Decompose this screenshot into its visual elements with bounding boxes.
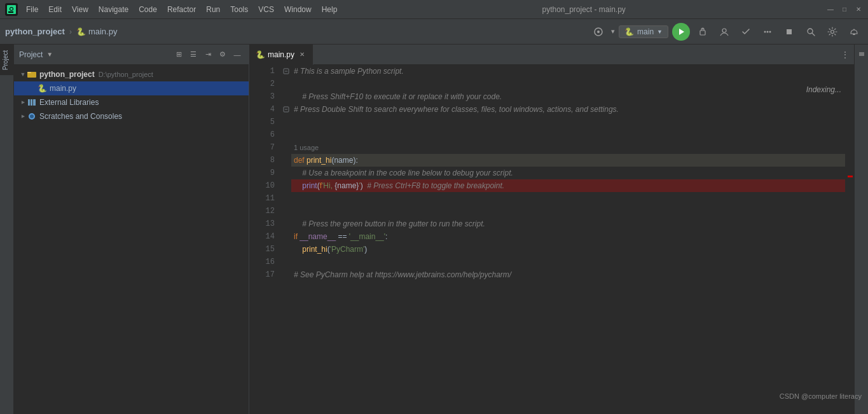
debug-button[interactable]	[694, 23, 712, 41]
fold-empty-5	[281, 116, 291, 128]
panel-header: Project ▼ ⊞ ☰ ⇥ ⚙ —	[14, 45, 249, 65]
code-line-13: if __name__ == '__main__':	[291, 230, 845, 243]
menu-run[interactable]: Run	[202, 4, 224, 15]
folder-icon	[27, 69, 37, 79]
menu-refactor[interactable]: Refactor	[163, 4, 200, 15]
tab-close-button[interactable]: ✕	[298, 50, 307, 59]
line-num-7: 7	[249, 141, 275, 154]
menu-vcs[interactable]: VCS	[254, 4, 279, 15]
tab-more-button[interactable]: ⋮	[841, 50, 849, 59]
panel-dropdown-icon[interactable]: ▼	[46, 51, 53, 58]
svg-point-12	[767, 31, 769, 32]
project-panel: Project ▼ ⊞ ☰ ⇥ ⚙ — ▼ pyt	[14, 45, 249, 414]
maximize-button[interactable]: □	[840, 5, 849, 14]
menu-window[interactable]: Window	[280, 4, 316, 15]
tree-main-py-label: main.py	[50, 84, 76, 93]
tree-scratches-label: Scratches and Consoles	[39, 112, 122, 121]
menu-bar: File Edit View Navigate Code Refactor Ru…	[22, 4, 341, 15]
code-line-12: # Press the green button in the gutter t…	[291, 217, 845, 230]
coverage-button[interactable]	[737, 23, 755, 41]
code-line-15	[291, 256, 845, 268]
tree-item-root[interactable]: ▼ python_project D:\python_project	[14, 67, 249, 81]
svg-point-13	[769, 31, 771, 32]
fold-marker-1	[281, 65, 291, 78]
line-num-4: 4	[249, 103, 275, 116]
tree-item-main-py[interactable]: 🐍 main.py	[14, 81, 249, 95]
svg-point-26	[30, 114, 34, 118]
svg-rect-23	[31, 99, 32, 106]
code-editor-wrapper: Indexing... 1 2 3 4 5 6 7 8 9 10	[249, 65, 854, 414]
tab-bar: 🐍 main.py ✕ ⋮	[249, 45, 854, 65]
window-title: python_project - main.py	[542, 5, 625, 14]
tab-label: main.py	[268, 50, 294, 59]
close-button[interactable]: ✕	[854, 5, 863, 14]
tree-item-external-libs[interactable]: ▼ External Libraries	[14, 95, 249, 109]
code-line-7: def print_hi(name):	[291, 154, 845, 167]
scroll-gutter-right[interactable]	[845, 65, 854, 414]
code-editor[interactable]: 1 2 3 4 5 6 7 8 9 10 11 12 13 14	[249, 65, 854, 414]
svg-point-9	[702, 28, 703, 29]
project-side-tab[interactable]: Project	[0, 45, 14, 75]
editor-area: 🐍 main.py ✕ ⋮ Indexing... 1 2 3 4 5 6 7 …	[249, 45, 854, 414]
svg-point-6	[597, 31, 600, 33]
code-line-1: # This is a sample Python script.	[291, 65, 845, 78]
fold-empty-3	[281, 90, 291, 103]
scroll-to-source-button[interactable]: ⇥	[202, 48, 214, 61]
line-num-10: 10	[249, 179, 275, 192]
collapse-all-button[interactable]: ⊞	[172, 48, 185, 61]
fold-gutter	[281, 65, 291, 414]
menu-tools[interactable]: Tools	[226, 4, 252, 15]
fstring-str: 'Hi,	[322, 181, 334, 190]
tree-item-scratches[interactable]: ▼ Scratches and Consoles	[14, 109, 249, 123]
func-name: print_hi	[307, 156, 331, 165]
menu-edit[interactable]: Edit	[44, 4, 66, 15]
indent-14	[294, 245, 302, 254]
svg-rect-14	[787, 29, 792, 34]
gutter-error-mark	[848, 176, 853, 177]
menu-help[interactable]: Help	[317, 4, 342, 15]
code-line-6	[291, 128, 845, 141]
right-sidebar-notifications[interactable]	[855, 45, 869, 64]
code-line-17	[291, 281, 845, 294]
menu-view[interactable]: View	[67, 4, 93, 15]
file-tree: ▼ python_project D:\python_project 🐍 mai…	[14, 65, 249, 414]
breadcrumb-separator: ›	[69, 27, 72, 36]
colon-13: :	[385, 232, 387, 241]
profile-button[interactable]	[715, 23, 733, 41]
notifications-button[interactable]	[845, 23, 863, 41]
tab-main-py[interactable]: 🐍 main.py ✕	[249, 45, 313, 65]
code-text-1: # This is a sample Python script.	[294, 67, 404, 76]
panel-hide-button[interactable]: —	[231, 48, 244, 61]
expand-all-button[interactable]: ☰	[187, 48, 200, 61]
settings-button[interactable]	[823, 23, 841, 41]
code-lines[interactable]: # This is a sample Python script. # Pres…	[291, 65, 845, 414]
func-paren-close: ):	[353, 156, 357, 165]
breadcrumb-file-container: 🐍 main.py	[76, 27, 118, 36]
run-config-label: main	[637, 27, 654, 36]
svg-line-16	[812, 33, 815, 36]
minimize-button[interactable]: —	[826, 5, 835, 14]
svg-rect-8	[700, 31, 705, 35]
menu-code[interactable]: Code	[134, 4, 162, 15]
line-numbers-gutter: 1 2 3 4 5 6 7 8 9 10 11 12 13 14	[249, 65, 281, 414]
menu-file[interactable]: File	[22, 4, 43, 15]
svg-marker-7	[679, 29, 684, 35]
code-line-3: # Press Shift+F10 to execute it or repla…	[291, 90, 845, 103]
usage-hint-text: 1 usage	[294, 144, 319, 151]
menu-navigate[interactable]: Navigate	[94, 4, 133, 15]
line-num-1: 1	[249, 65, 275, 78]
breadcrumb-file[interactable]: main.py	[88, 27, 118, 36]
panel-settings-button[interactable]: ⚙	[216, 48, 229, 61]
stop-button[interactable]	[780, 23, 798, 41]
run-config-dropdown-icon: ▼	[657, 29, 663, 35]
panel-title-label: Project	[19, 50, 43, 59]
line-num-14: 14	[249, 230, 275, 243]
more-run-options[interactable]	[759, 23, 776, 41]
vcs-widget[interactable]	[589, 23, 607, 41]
run-button[interactable]	[672, 23, 690, 41]
run-config-selector[interactable]: 🐍 main ▼	[619, 25, 668, 38]
project-title[interactable]: python_project	[5, 27, 65, 36]
search-everywhere-button[interactable]	[802, 23, 820, 41]
fstring-expr: {name}	[334, 181, 359, 190]
builtin-print: print	[302, 181, 317, 190]
